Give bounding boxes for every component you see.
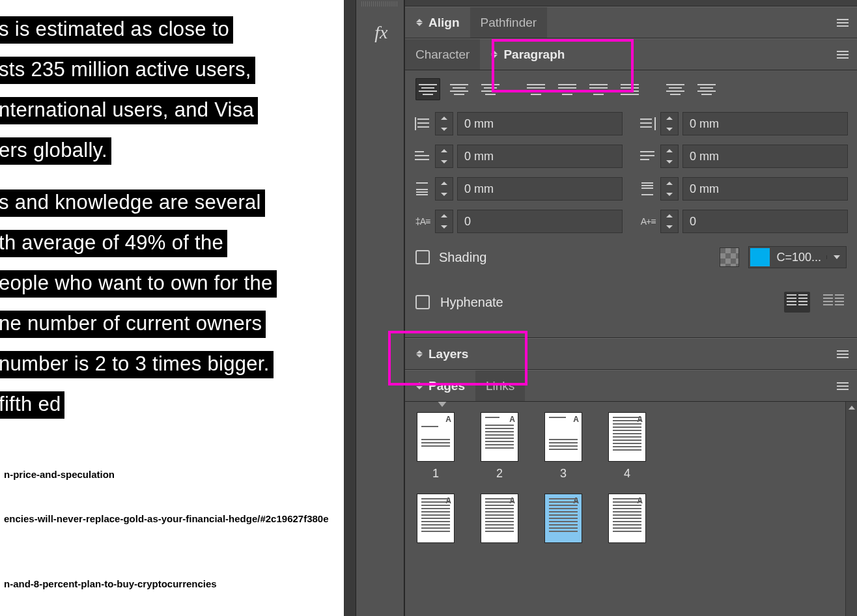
panel-menu-button[interactable] <box>828 39 857 70</box>
layers-panel-header: Layers <box>405 338 857 370</box>
panels-column: Align Pathfinder Character Paragraph <box>404 0 857 616</box>
page-number: 4 <box>624 467 630 481</box>
hyphenate-row: Hyphenate <box>413 271 849 326</box>
tab-label: Align <box>428 16 460 30</box>
shading-color-dropdown[interactable]: C=100... <box>748 246 847 268</box>
stepper[interactable] <box>660 145 679 168</box>
justify-center-button[interactable] <box>555 78 580 100</box>
page-thumb-4[interactable]: A 4 <box>608 412 646 481</box>
pages-scrollbar[interactable] <box>845 402 857 616</box>
last-line-indent-input[interactable] <box>682 145 848 168</box>
tab-label: Layers <box>428 347 468 361</box>
text-line[interactable]: fifth ed <box>0 391 64 419</box>
hamburger-icon <box>837 51 849 59</box>
span-columns-button[interactable] <box>821 292 847 313</box>
text-line[interactable]: s is estimated as close to <box>0 16 233 44</box>
page-thumb-6[interactable]: A <box>481 494 518 543</box>
dropcap-lines-input[interactable] <box>457 210 623 233</box>
pages-row: A 1 A 2 A 3 A <box>413 408 853 482</box>
first-line-indent-input[interactable] <box>457 145 623 168</box>
space-before-field <box>414 177 623 201</box>
stepper[interactable] <box>435 145 453 168</box>
space-before-input[interactable] <box>457 177 623 201</box>
text-line[interactable]: nternational users, and Visa <box>0 97 258 124</box>
align-right-button[interactable] <box>478 78 503 100</box>
page-number: 1 <box>432 467 439 481</box>
chevron-down-icon <box>826 255 846 259</box>
space-after-icon <box>639 181 656 197</box>
swatch-color-icon <box>750 248 770 266</box>
shading-label: Shading <box>439 250 710 265</box>
stepper[interactable] <box>435 177 453 201</box>
effects-fx-icon[interactable]: fx <box>359 22 404 43</box>
justify-all-button[interactable] <box>617 78 642 100</box>
page-thumb-1[interactable]: A 1 <box>417 412 455 481</box>
align-left-button[interactable] <box>415 78 440 100</box>
text-line[interactable]: sts 235 million active users, <box>0 57 255 84</box>
panel-menu-button[interactable] <box>828 371 857 401</box>
stepper[interactable] <box>435 112 453 135</box>
text-line[interactable]: ers globally. <box>0 137 111 165</box>
left-indent-icon <box>414 116 431 132</box>
align-panel-header: Align Pathfinder <box>405 7 857 38</box>
page-thumb-3[interactable]: A 3 <box>544 412 582 481</box>
last-line-indent-field <box>639 145 848 168</box>
right-indent-input[interactable] <box>682 112 848 135</box>
align-away-spine-button[interactable] <box>694 78 719 100</box>
stepper[interactable] <box>660 210 679 233</box>
panel-menu-button[interactable] <box>828 339 857 369</box>
tab-align[interactable]: Align <box>405 7 470 38</box>
hamburger-icon <box>837 350 849 358</box>
tab-character[interactable]: Character <box>405 39 480 70</box>
dropcap-chars-input[interactable] <box>682 210 848 233</box>
tab-links[interactable]: Links <box>475 371 525 401</box>
expand-collapse-icon <box>415 350 423 359</box>
stepper[interactable] <box>660 112 679 135</box>
shading-row: Shading C=100... <box>413 233 849 271</box>
text-line[interactable]: number is 2 to 3 times bigger. <box>0 351 274 378</box>
page-thumb-7-selected[interactable]: A <box>544 494 582 543</box>
scroll-up-icon[interactable] <box>846 402 857 413</box>
tab-layers[interactable]: Layers <box>405 339 479 369</box>
tab-label: Character <box>415 48 470 62</box>
pages-row: A A A A <box>413 490 853 544</box>
left-indent-input[interactable] <box>457 112 623 135</box>
shading-checkbox[interactable] <box>415 250 430 264</box>
alignment-row <box>413 78 849 100</box>
swatch-none-icon[interactable] <box>720 247 739 267</box>
first-line-indent-icon <box>414 148 431 164</box>
right-indent-icon <box>639 116 656 132</box>
right-indent-field <box>639 112 848 135</box>
tab-paragraph[interactable]: Paragraph <box>480 39 575 70</box>
reference-text: n-price-and-speculation <box>4 469 115 480</box>
justify-left-button[interactable] <box>524 78 548 100</box>
space-after-input[interactable] <box>682 177 848 201</box>
text-line[interactable]: s and knowledge are several <box>0 189 265 217</box>
single-column-button[interactable] <box>784 292 810 313</box>
align-toward-spine-button[interactable] <box>663 78 688 100</box>
dropcap-chars-icon: A+≡ <box>639 214 656 229</box>
hyphenate-checkbox[interactable] <box>415 295 430 309</box>
tab-pages[interactable]: Pages <box>405 371 475 401</box>
page-thumb-2[interactable]: A 2 <box>481 412 518 481</box>
reference-text: encies-will-never-replace-gold-as-your-f… <box>4 513 329 524</box>
align-center-button[interactable] <box>447 78 471 100</box>
last-line-indent-icon <box>639 148 656 164</box>
document-canvas[interactable]: s is estimated as close to sts 235 milli… <box>0 0 344 616</box>
text-line[interactable]: ne number of current owners <box>0 311 266 338</box>
pages-panel-header: Pages Links <box>405 370 857 402</box>
tab-pathfinder[interactable]: Pathfinder <box>470 7 548 38</box>
text-line[interactable]: eople who want to own for the <box>0 270 277 298</box>
page-number: 3 <box>560 467 567 481</box>
drag-handle-icon[interactable] <box>361 1 397 7</box>
stepper[interactable] <box>660 177 679 201</box>
page-thumb-8[interactable]: A <box>608 494 646 543</box>
paragraph-panel-body: ‡A≡ A+≡ Shading C=100... Hyphe <box>405 70 857 338</box>
tab-label: Pages <box>428 379 465 393</box>
stepper[interactable] <box>435 210 453 233</box>
page-thumb-5[interactable]: A <box>417 494 455 543</box>
justify-right-button[interactable] <box>586 78 611 100</box>
panel-menu-button[interactable] <box>828 7 857 38</box>
text-line[interactable]: th average of 49% of the <box>0 230 227 257</box>
dropcap-chars-field: A+≡ <box>639 210 848 233</box>
